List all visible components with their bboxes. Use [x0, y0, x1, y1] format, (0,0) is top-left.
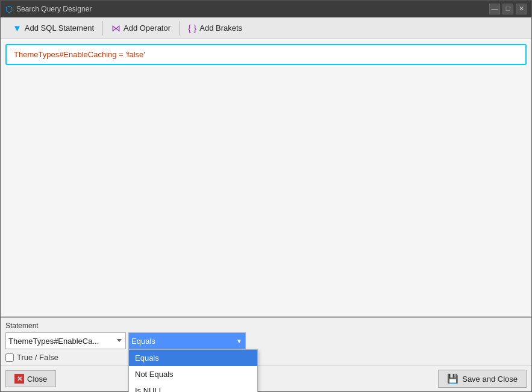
title-bar-left: ⬡ Search Query Designer — [5, 4, 92, 14]
query-display: ThemeTypes#EnableCaching = 'false' — [5, 44, 527, 65]
bracket-icon: { } — [188, 23, 196, 33]
add-operator-button[interactable]: ⋈ Add Operator — [104, 20, 178, 36]
value-row: True / False — [1, 353, 531, 366]
title-bar-buttons: — □ ✕ — [489, 4, 527, 14]
query-area: ThemeTypes#EnableCaching = 'false' — [1, 39, 531, 317]
window-title: Search Query Designer — [16, 5, 92, 13]
add-brackets-button[interactable]: { } Add Brakets — [181, 20, 249, 36]
toolbar-divider-2 — [179, 21, 180, 36]
toolbar-divider-1 — [102, 21, 103, 36]
operator-select[interactable]: Equals Not Equals Is NULL Not NULL — [128, 332, 246, 349]
add-sql-button[interactable]: ▼ Add SQL Statement — [5, 20, 101, 36]
add-sql-label: Add SQL Statement — [25, 23, 94, 33]
action-bar: ✕ Close 💾 Save and Close — [1, 366, 531, 391]
save-close-button[interactable]: 💾 Save and Close — [438, 370, 527, 388]
operator-dropdown: Equals Not Equals Is NULL Not NULL — [128, 349, 258, 392]
true-false-checkbox[interactable] — [5, 353, 14, 362]
statement-section-label: Statement — [1, 318, 531, 332]
query-expression: ThemeTypes#EnableCaching = 'false' — [14, 50, 145, 59]
minimize-button[interactable]: — — [489, 4, 500, 14]
app-icon: ⬡ — [5, 4, 13, 14]
title-bar: ⬡ Search Query Designer — □ ✕ — [1, 1, 531, 17]
true-false-checkbox-label[interactable]: True / False — [5, 353, 58, 362]
close-window-button[interactable]: ✕ — [516, 4, 527, 14]
save-icon: 💾 — [447, 373, 458, 384]
main-window: ⬡ Search Query Designer — □ ✕ ▼ Add SQL … — [0, 0, 532, 392]
dropdown-item-is-null[interactable]: Is NULL — [129, 382, 257, 392]
add-brackets-label: Add Brakets — [199, 23, 242, 33]
operator-wrapper: Equals Not Equals Is NULL Not NULL ▼ Equ… — [128, 332, 246, 349]
add-operator-label: Add Operator — [124, 23, 171, 33]
x-icon: ✕ — [14, 374, 24, 384]
toolbar: ▼ Add SQL Statement ⋈ Add Operator { } A… — [1, 17, 531, 39]
statement-row: ThemeTypes#EnableCa... Equals Not Equals… — [1, 332, 531, 353]
operator-icon: ⋈ — [111, 23, 120, 34]
filter-icon: ▼ — [13, 23, 22, 33]
close-button[interactable]: ✕ Close — [5, 370, 56, 387]
close-label: Close — [27, 375, 47, 384]
dropdown-item-equals[interactable]: Equals — [129, 350, 257, 366]
maximize-button[interactable]: □ — [502, 4, 513, 14]
dropdown-item-not-equals[interactable]: Not Equals — [129, 366, 257, 382]
bottom-panel: Statement ThemeTypes#EnableCa... Equals … — [1, 317, 531, 391]
save-close-label: Save and Close — [462, 375, 518, 384]
checkbox-text: True / False — [17, 353, 58, 362]
field-select[interactable]: ThemeTypes#EnableCa... — [5, 332, 126, 349]
